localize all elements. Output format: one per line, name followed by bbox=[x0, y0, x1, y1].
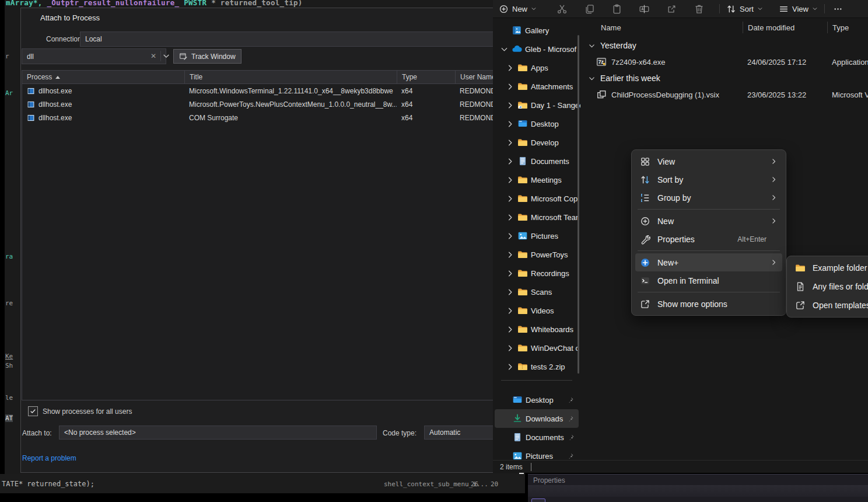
rename-icon[interactable] bbox=[639, 4, 650, 15]
show-processes-checkbox[interactable] bbox=[28, 406, 38, 416]
share-icon[interactable] bbox=[666, 4, 677, 15]
tree-item-label: Gleb - Microsof bbox=[525, 45, 576, 54]
sidebar-tree-item[interactable]: Microsoft Tear bbox=[493, 208, 580, 226]
sidebar-scrollbar[interactable] bbox=[578, 35, 579, 374]
submenu-item[interactable]: Open templates bbox=[790, 296, 868, 315]
chev-right-icon[interactable] bbox=[506, 194, 514, 203]
process-table-row[interactable]: dllhost.exe Microsoft.WindowsTerminal_1.… bbox=[22, 84, 503, 97]
column-name[interactable]: Name bbox=[583, 22, 743, 33]
column-header-process[interactable]: Process bbox=[22, 71, 184, 83]
sidebar-tree-item[interactable]: Recordings bbox=[493, 264, 580, 283]
group-header-earlier[interactable]: Earlier this week bbox=[583, 70, 868, 86]
paste-icon[interactable] bbox=[611, 4, 622, 15]
context-menu-item[interactable] bbox=[638, 292, 780, 292]
chev-right-icon[interactable] bbox=[506, 138, 514, 147]
sidebar-tree-item[interactable]: Gleb - Microsof bbox=[493, 40, 580, 58]
context-menu-item[interactable] bbox=[638, 250, 780, 251]
context-menu-item[interactable]: New bbox=[635, 212, 782, 230]
chev-right-icon[interactable] bbox=[506, 213, 514, 222]
properties-panel-title: Properties bbox=[533, 476, 565, 484]
context-menu-item[interactable]: Properties Alt+Enter bbox=[635, 230, 782, 248]
context-menu-item[interactable]: View bbox=[635, 152, 782, 170]
sidebar-tree-item[interactable]: Meetings bbox=[493, 170, 580, 189]
chev-right-icon[interactable] bbox=[506, 101, 514, 110]
sidebar-tree-item[interactable]: Pictures bbox=[493, 226, 580, 245]
filter-clear-icon[interactable]: ✕ bbox=[148, 51, 159, 61]
sidebar-tree-item[interactable]: PowerToys bbox=[493, 245, 580, 264]
context-menu-item[interactable]: Open in Terminal bbox=[635, 271, 782, 290]
chev-right-icon[interactable] bbox=[506, 269, 514, 278]
file-row-vsix[interactable]: ChildProcessDebugging (1).vsix 23/06/202… bbox=[583, 86, 868, 103]
sidebar-tree-item[interactable]: tests 2.zip bbox=[493, 357, 580, 376]
filter-dropdown-icon[interactable] bbox=[162, 52, 170, 60]
delete-icon[interactable] bbox=[694, 4, 705, 15]
column-date-modified[interactable]: Date modified bbox=[743, 22, 827, 33]
codelens-count-2[interactable]: 20 bbox=[491, 480, 498, 488]
chev-right-icon[interactable] bbox=[506, 288, 514, 297]
sidebar-tree-item[interactable]: Documents bbox=[493, 152, 580, 170]
submenu-item[interactable]: Any files or folde bbox=[790, 277, 868, 296]
explorer-status-bar: 2 items bbox=[493, 460, 868, 473]
chev-right-icon[interactable] bbox=[506, 325, 514, 334]
sidebar-tree-item[interactable]: Microsoft Cop bbox=[493, 189, 580, 208]
sidebar-tree-item[interactable]: Desktop bbox=[493, 114, 580, 133]
chev-down-icon bbox=[588, 42, 596, 50]
chev-right-icon[interactable] bbox=[506, 64, 514, 72]
view-button[interactable]: View bbox=[779, 0, 818, 18]
sidebar-tree-item[interactable]: Day 1 - Sangee bbox=[493, 96, 580, 114]
chev-right-icon[interactable] bbox=[506, 250, 514, 259]
sidebar-tree-item[interactable]: Attachments bbox=[493, 77, 580, 96]
process-filter-input[interactable] bbox=[22, 48, 166, 64]
chev-right-icon[interactable] bbox=[506, 232, 514, 240]
sidebar-pinned-item[interactable]: Documents bbox=[495, 428, 579, 447]
submenu-item[interactable]: Example folder bbox=[790, 259, 868, 277]
group-header-yesterday[interactable]: Yesterday bbox=[583, 37, 868, 54]
process-table-row[interactable]: dllhost.exe Microsoft.PowerToys.NewPlusC… bbox=[22, 97, 503, 111]
sidebar-tree-item[interactable]: Develop bbox=[493, 133, 580, 152]
report-a-problem-link[interactable]: Report a problem bbox=[22, 454, 76, 462]
chev-right-icon[interactable] bbox=[506, 120, 514, 128]
sidebar-tree-item[interactable]: Apps bbox=[493, 58, 580, 77]
context-menu-item[interactable]: New+ bbox=[635, 253, 782, 271]
documents-icon bbox=[512, 432, 523, 442]
column-header-type[interactable]: Type bbox=[397, 71, 455, 83]
context-menu-item[interactable] bbox=[638, 209, 780, 210]
expander[interactable] bbox=[500, 26, 509, 35]
track-window-button[interactable]: Track Window bbox=[173, 49, 242, 64]
context-menu-item[interactable]: Sort by bbox=[635, 170, 782, 189]
chev-right-icon[interactable] bbox=[506, 176, 514, 184]
sidebar-tree-item[interactable]: Gallery bbox=[493, 21, 580, 40]
new-button[interactable]: New bbox=[499, 0, 537, 18]
column-header-title[interactable]: Title bbox=[184, 71, 397, 83]
copy-icon[interactable] bbox=[584, 4, 595, 15]
context-menu-item[interactable]: Group by bbox=[635, 189, 782, 207]
sidebar-tree-item[interactable]: Whiteboards bbox=[493, 320, 580, 339]
file-row-7z[interactable]: 7z 7z2409-x64.exe 24/06/2025 17:12 Appli… bbox=[583, 54, 868, 70]
chev-right-icon[interactable] bbox=[506, 157, 514, 166]
sidebar-tree-item[interactable]: Scans bbox=[493, 283, 580, 301]
chev-right-icon[interactable] bbox=[506, 306, 514, 315]
attach-to-input[interactable] bbox=[59, 426, 377, 440]
gallery-icon bbox=[512, 25, 522, 36]
tree-item-label: Recordings bbox=[531, 269, 569, 278]
chev-right-icon[interactable] bbox=[506, 344, 514, 353]
sidebar-pinned-item[interactable]: Pictures bbox=[495, 447, 579, 460]
sidebar-pinned-item[interactable]: Downloads bbox=[495, 409, 579, 428]
sidebar-tree-item[interactable]: WinDevChat c bbox=[493, 339, 580, 357]
sort-button[interactable]: Sort bbox=[726, 0, 763, 18]
chev-down-icon[interactable] bbox=[500, 45, 509, 54]
chev-right-icon[interactable] bbox=[506, 362, 514, 371]
sidebar-tree-item[interactable]: Videos bbox=[493, 301, 580, 320]
check-icon bbox=[30, 408, 36, 414]
context-menu-item[interactable]: Show more options bbox=[635, 295, 782, 313]
column-type[interactable]: Type bbox=[827, 22, 868, 33]
process-table-row[interactable]: dllhost.exe COM Surrogate x64 REDMOND bbox=[22, 111, 503, 124]
code-margin-fragment: re bbox=[5, 299, 13, 307]
code-type-combobox[interactable]: Automatic bbox=[424, 426, 504, 440]
codelens-count-1[interactable]: 26 bbox=[471, 480, 478, 488]
connection-type-combobox[interactable]: Local bbox=[80, 32, 504, 47]
cut-icon[interactable] bbox=[556, 4, 568, 15]
sidebar-pinned-item[interactable]: Desktop bbox=[495, 391, 579, 409]
chev-right-icon[interactable] bbox=[506, 82, 514, 91]
see-more-button[interactable] bbox=[833, 0, 843, 18]
